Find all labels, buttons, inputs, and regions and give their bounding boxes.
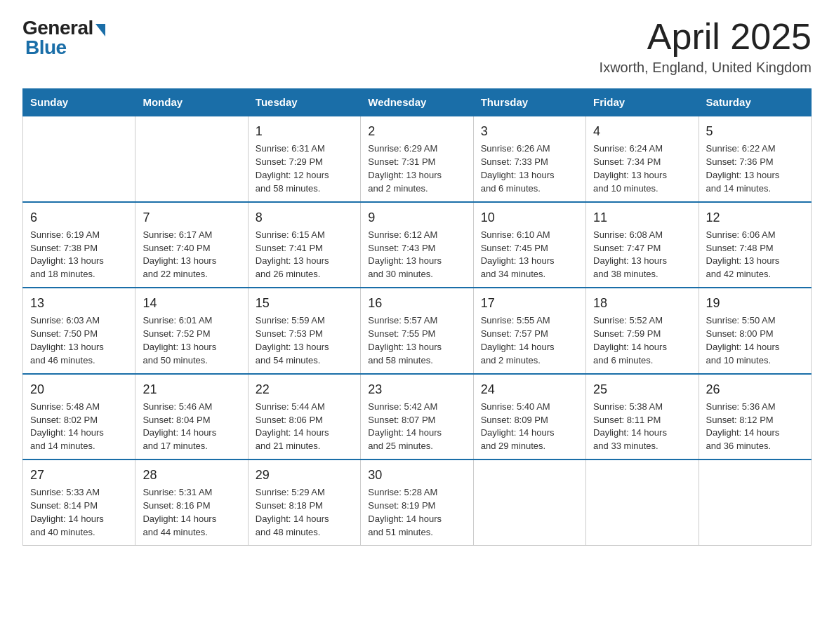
- day-number: 3: [481, 122, 578, 140]
- day-info: Sunrise: 6:22 AMSunset: 7:36 PMDaylight:…: [706, 142, 804, 195]
- day-number: 19: [706, 294, 804, 312]
- calendar-cell: [586, 459, 699, 545]
- day-number: 22: [256, 380, 353, 398]
- week-row-2: 6Sunrise: 6:19 AMSunset: 7:38 PMDaylight…: [23, 202, 812, 288]
- day-number: 18: [593, 294, 691, 312]
- calendar-cell: 19Sunrise: 5:50 AMSunset: 8:00 PMDayligh…: [699, 288, 811, 373]
- day-number: 13: [30, 294, 128, 312]
- day-info: Sunrise: 6:15 AMSunset: 7:41 PMDaylight:…: [256, 229, 353, 281]
- calendar-cell: 8Sunrise: 6:15 AMSunset: 7:41 PMDaylight…: [248, 202, 360, 288]
- day-info: Sunrise: 6:03 AMSunset: 7:50 PMDaylight:…: [30, 314, 128, 367]
- day-number: 11: [593, 208, 691, 227]
- calendar-cell: 15Sunrise: 5:59 AMSunset: 7:53 PMDayligh…: [248, 288, 360, 373]
- calendar-cell: 14Sunrise: 6:01 AMSunset: 7:52 PMDayligh…: [135, 288, 248, 373]
- day-number: 9: [368, 208, 465, 227]
- calendar-cell: 9Sunrise: 6:12 AMSunset: 7:43 PMDaylight…: [361, 202, 473, 288]
- day-header-thursday: Thursday: [473, 89, 585, 116]
- day-info: Sunrise: 6:19 AMSunset: 7:38 PMDaylight:…: [30, 229, 128, 281]
- calendar-cell: 10Sunrise: 6:10 AMSunset: 7:45 PMDayligh…: [473, 202, 585, 288]
- day-info: Sunrise: 5:38 AMSunset: 8:11 PMDaylight:…: [593, 401, 691, 453]
- day-number: 7: [143, 208, 240, 227]
- day-number: 30: [368, 466, 465, 484]
- day-info: Sunrise: 5:59 AMSunset: 7:53 PMDaylight:…: [256, 314, 353, 367]
- week-row-5: 27Sunrise: 5:33 AMSunset: 8:14 PMDayligh…: [23, 459, 812, 545]
- day-number: 8: [256, 208, 353, 227]
- day-info: Sunrise: 5:55 AMSunset: 7:57 PMDaylight:…: [481, 314, 578, 367]
- day-number: 24: [481, 380, 578, 398]
- day-number: 1: [256, 122, 353, 140]
- day-number: 28: [143, 466, 240, 484]
- day-info: Sunrise: 5:28 AMSunset: 8:19 PMDaylight:…: [368, 486, 465, 539]
- day-header-friday: Friday: [586, 89, 699, 116]
- day-info: Sunrise: 6:24 AMSunset: 7:34 PMDaylight:…: [593, 142, 691, 195]
- day-info: Sunrise: 5:33 AMSunset: 8:14 PMDaylight:…: [30, 486, 128, 539]
- day-number: 2: [368, 122, 465, 140]
- day-info: Sunrise: 5:44 AMSunset: 8:06 PMDaylight:…: [256, 401, 353, 453]
- calendar-cell: 6Sunrise: 6:19 AMSunset: 7:38 PMDaylight…: [23, 202, 135, 288]
- day-info: Sunrise: 5:52 AMSunset: 7:59 PMDaylight:…: [593, 314, 691, 367]
- day-info: Sunrise: 6:08 AMSunset: 7:47 PMDaylight:…: [593, 229, 691, 281]
- calendar-cell: 29Sunrise: 5:29 AMSunset: 8:18 PMDayligh…: [248, 459, 360, 545]
- day-number: 27: [30, 466, 128, 484]
- calendar-cell: 3Sunrise: 6:26 AMSunset: 7:33 PMDaylight…: [473, 116, 585, 201]
- day-info: Sunrise: 5:29 AMSunset: 8:18 PMDaylight:…: [256, 486, 353, 539]
- day-info: Sunrise: 6:29 AMSunset: 7:31 PMDaylight:…: [368, 142, 465, 195]
- calendar-cell: 21Sunrise: 5:46 AMSunset: 8:04 PMDayligh…: [135, 374, 248, 459]
- calendar-cell: 4Sunrise: 6:24 AMSunset: 7:34 PMDaylight…: [586, 116, 699, 201]
- day-number: 25: [593, 380, 691, 398]
- calendar-cell: 16Sunrise: 5:57 AMSunset: 7:55 PMDayligh…: [361, 288, 473, 373]
- day-number: 12: [706, 208, 804, 227]
- day-info: Sunrise: 5:42 AMSunset: 8:07 PMDaylight:…: [368, 401, 465, 453]
- week-row-4: 20Sunrise: 5:48 AMSunset: 8:02 PMDayligh…: [23, 374, 812, 459]
- calendar-cell: 11Sunrise: 6:08 AMSunset: 7:47 PMDayligh…: [586, 202, 699, 288]
- calendar-header: SundayMondayTuesdayWednesdayThursdayFrid…: [23, 89, 812, 116]
- day-info: Sunrise: 5:31 AMSunset: 8:16 PMDaylight:…: [143, 486, 240, 539]
- day-info: Sunrise: 6:26 AMSunset: 7:33 PMDaylight:…: [481, 142, 578, 195]
- day-number: 16: [368, 294, 465, 312]
- day-info: Sunrise: 6:12 AMSunset: 7:43 PMDaylight:…: [368, 229, 465, 281]
- calendar-cell: 24Sunrise: 5:40 AMSunset: 8:09 PMDayligh…: [473, 374, 585, 459]
- calendar-cell: 1Sunrise: 6:31 AMSunset: 7:29 PMDaylight…: [248, 116, 360, 201]
- calendar-cell: 27Sunrise: 5:33 AMSunset: 8:14 PMDayligh…: [23, 459, 135, 545]
- day-number: 6: [30, 208, 128, 227]
- day-header-saturday: Saturday: [699, 89, 811, 116]
- day-info: Sunrise: 5:36 AMSunset: 8:12 PMDaylight:…: [706, 401, 804, 453]
- day-info: Sunrise: 6:06 AMSunset: 7:48 PMDaylight:…: [706, 229, 804, 281]
- day-info: Sunrise: 6:17 AMSunset: 7:40 PMDaylight:…: [143, 229, 240, 281]
- location-label: Ixworth, England, United Kingdom: [600, 60, 812, 76]
- calendar-cell: 26Sunrise: 5:36 AMSunset: 8:12 PMDayligh…: [699, 374, 811, 459]
- day-number: 5: [706, 122, 804, 140]
- day-number: 23: [368, 380, 465, 398]
- calendar-cell: 22Sunrise: 5:44 AMSunset: 8:06 PMDayligh…: [248, 374, 360, 459]
- calendar-cell: [135, 116, 248, 201]
- calendar-cell: 23Sunrise: 5:42 AMSunset: 8:07 PMDayligh…: [361, 374, 473, 459]
- day-number: 21: [143, 380, 240, 398]
- calendar-cell: 20Sunrise: 5:48 AMSunset: 8:02 PMDayligh…: [23, 374, 135, 459]
- calendar-cell: 13Sunrise: 6:03 AMSunset: 7:50 PMDayligh…: [23, 288, 135, 373]
- calendar-cell: 25Sunrise: 5:38 AMSunset: 8:11 PMDayligh…: [586, 374, 699, 459]
- day-number: 29: [256, 466, 353, 484]
- calendar-cell: 2Sunrise: 6:29 AMSunset: 7:31 PMDaylight…: [361, 116, 473, 201]
- week-row-1: 1Sunrise: 6:31 AMSunset: 7:29 PMDaylight…: [23, 116, 812, 201]
- day-info: Sunrise: 6:01 AMSunset: 7:52 PMDaylight:…: [143, 314, 240, 367]
- calendar-cell: [473, 459, 585, 545]
- logo-blue-text: Blue: [25, 36, 67, 58]
- day-header-tuesday: Tuesday: [248, 89, 360, 116]
- day-info: Sunrise: 5:40 AMSunset: 8:09 PMDaylight:…: [481, 401, 578, 453]
- day-number: 17: [481, 294, 578, 312]
- day-info: Sunrise: 5:48 AMSunset: 8:02 PMDaylight:…: [30, 401, 128, 453]
- day-number: 15: [256, 294, 353, 312]
- month-title: April 2025: [600, 17, 812, 57]
- day-header-monday: Monday: [135, 89, 248, 116]
- day-info: Sunrise: 6:31 AMSunset: 7:29 PMDaylight:…: [256, 142, 353, 195]
- calendar-cell: [699, 459, 811, 545]
- calendar-cell: 28Sunrise: 5:31 AMSunset: 8:16 PMDayligh…: [135, 459, 248, 545]
- page-header: General Blue April 2025 Ixworth, England…: [22, 17, 812, 76]
- logo-arrow-icon: [95, 24, 105, 36]
- day-number: 4: [593, 122, 691, 140]
- day-number: 26: [706, 380, 804, 398]
- calendar-cell: 12Sunrise: 6:06 AMSunset: 7:48 PMDayligh…: [699, 202, 811, 288]
- calendar-table: SundayMondayTuesdayWednesdayThursdayFrid…: [22, 88, 812, 545]
- logo: General Blue: [22, 17, 105, 59]
- calendar-cell: 5Sunrise: 6:22 AMSunset: 7:36 PMDaylight…: [699, 116, 811, 201]
